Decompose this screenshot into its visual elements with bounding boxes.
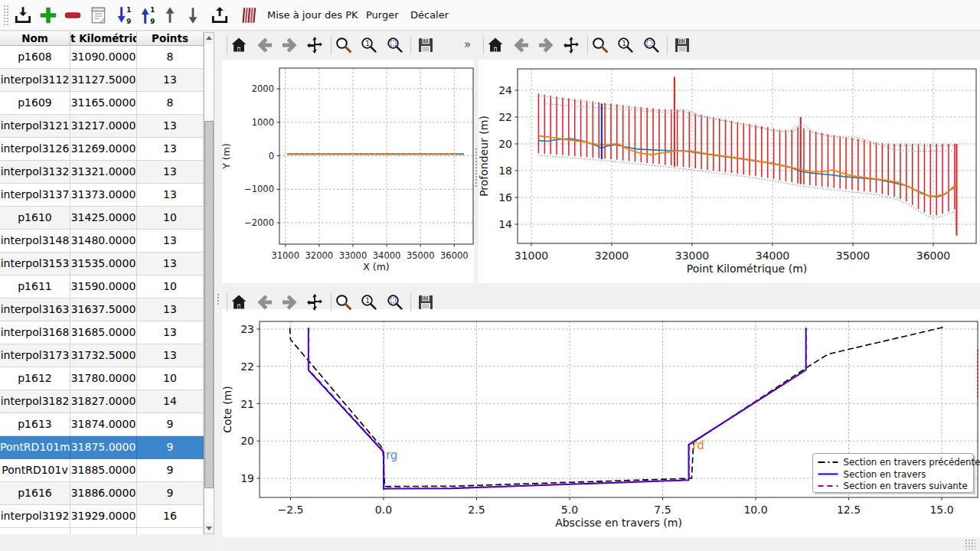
profile-toolbar: 1 bbox=[479, 31, 980, 60]
table-row[interactable]: PontRD101m31875.00009 bbox=[0, 436, 204, 459]
export-icon[interactable] bbox=[210, 5, 230, 25]
menu-mise-jour-des-pk[interactable]: Mise à jour des PK bbox=[267, 0, 358, 31]
plan-view-figure[interactable]: 310003200033000340003500036000200010000−… bbox=[222, 60, 474, 283]
table-row[interactable]: p161331874.00009 bbox=[0, 413, 204, 436]
back-icon[interactable] bbox=[512, 36, 531, 54]
column-header-0[interactable]: Nom bbox=[0, 31, 70, 45]
table-row[interactable]: interpol315331535.000013 bbox=[0, 253, 204, 276]
svg-text:33000: 33000 bbox=[339, 250, 368, 261]
back-icon[interactable] bbox=[256, 293, 274, 311]
table-row[interactable]: interpol314831480.000013 bbox=[0, 230, 204, 253]
forward-icon[interactable] bbox=[537, 36, 555, 54]
svg-text:−2.5: −2.5 bbox=[278, 504, 304, 516]
profile-view-figure[interactable]: 3100032000330003400035000360001416182022… bbox=[479, 60, 980, 283]
scroll-down-button[interactable] bbox=[204, 523, 214, 533]
save-icon[interactable] bbox=[673, 36, 691, 54]
save-icon[interactable] bbox=[416, 293, 435, 311]
add-icon[interactable] bbox=[38, 5, 58, 25]
column-header-2[interactable]: Points bbox=[137, 31, 204, 45]
toolbar-overflow-chevron[interactable]: » bbox=[464, 37, 471, 51]
scrollbar-thumb[interactable] bbox=[204, 121, 214, 488]
table-row[interactable]: p161231780.000010 bbox=[0, 367, 204, 390]
pan-icon[interactable] bbox=[562, 36, 580, 54]
pan-icon[interactable] bbox=[305, 293, 324, 311]
cell: 31425.0000 bbox=[70, 207, 137, 230]
menu-d-caler[interactable]: Décaler bbox=[410, 0, 449, 31]
svg-text:24: 24 bbox=[498, 84, 512, 96]
splitter-handle[interactable] bbox=[217, 293, 220, 305]
table-row[interactable]: p161131590.000010 bbox=[0, 276, 204, 298]
zoom-one-icon[interactable]: 1 bbox=[616, 36, 635, 54]
toolbar-drag-handle[interactable] bbox=[3, 5, 8, 26]
table-row[interactable]: PontRD101v31885.00009 bbox=[0, 459, 204, 482]
cell: 31875.0000 bbox=[70, 436, 137, 459]
svg-text:−1000: −1000 bbox=[244, 184, 274, 194]
cell: 31535.0000 bbox=[70, 253, 137, 276]
svg-text:16: 16 bbox=[498, 191, 512, 204]
window-resize-grip[interactable] bbox=[965, 539, 975, 549]
remove-icon[interactable] bbox=[63, 5, 83, 25]
zoom-one-icon[interactable]: 1 bbox=[360, 293, 378, 311]
cell: interpol3153 bbox=[0, 253, 70, 276]
scroll-up-button[interactable] bbox=[204, 33, 214, 44]
cell: 31165.0000 bbox=[70, 92, 137, 115]
move-up-icon[interactable] bbox=[160, 5, 180, 25]
table-row[interactable]: interpol319231929.000016 bbox=[0, 505, 204, 528]
svg-text:0.0: 0.0 bbox=[375, 504, 392, 516]
forward-icon[interactable] bbox=[280, 293, 299, 311]
edit-page-icon[interactable] bbox=[89, 5, 109, 25]
ylabel: Y (m) bbox=[222, 143, 232, 170]
sort-ascending-icon[interactable]: 19 bbox=[115, 5, 135, 25]
table-row[interactable]: interpol318231827.000014 bbox=[0, 390, 204, 413]
table-row[interactable]: interpol313731373.000013 bbox=[0, 184, 204, 207]
svg-text:35000: 35000 bbox=[407, 250, 435, 261]
table-row[interactable]: p161031425.000010 bbox=[0, 207, 204, 230]
cell: 13 bbox=[137, 298, 204, 321]
zoom-auto-icon[interactable] bbox=[386, 36, 404, 54]
sort-descending-icon[interactable]: 19 bbox=[139, 5, 158, 25]
table-row[interactable]: interpol313231321.000013 bbox=[0, 161, 204, 184]
application-window: 1919Mise à jour des PKPurgerDécaler Nomt… bbox=[0, 0, 980, 551]
back-icon[interactable] bbox=[256, 36, 274, 54]
forward-icon[interactable] bbox=[280, 36, 299, 54]
table-scrollbar[interactable] bbox=[204, 32, 214, 534]
pan-icon[interactable] bbox=[305, 36, 324, 54]
move-down-icon[interactable] bbox=[183, 5, 203, 25]
cell: interpol3148 bbox=[0, 230, 70, 253]
table-row[interactable]: p160931165.00008 bbox=[0, 92, 204, 115]
vertical-splitter[interactable] bbox=[214, 31, 222, 551]
cross-section-figure[interactable]: −2.50.02.55.07.510.012.515.01920212223Ab… bbox=[222, 309, 980, 537]
column-header-1[interactable]: t Kilométriqu bbox=[70, 31, 137, 45]
cell: p1609 bbox=[0, 92, 70, 115]
table-row[interactable]: interpol312131217.000013 bbox=[0, 115, 204, 138]
save-icon[interactable] bbox=[416, 36, 435, 54]
table-row[interactable]: interpol312631269.000013 bbox=[0, 138, 204, 161]
zoom-auto-icon[interactable] bbox=[386, 293, 404, 311]
cell: 31929.0000 bbox=[70, 505, 137, 528]
cell: 31217.0000 bbox=[70, 115, 137, 138]
table-row[interactable]: interpol317331732.500013 bbox=[0, 344, 204, 367]
cell: 31090.0000 bbox=[70, 46, 137, 69]
zoom-icon[interactable] bbox=[591, 36, 609, 54]
sections-icon[interactable] bbox=[240, 5, 260, 25]
zoom-icon[interactable] bbox=[335, 36, 353, 54]
toolbar-separator bbox=[227, 293, 227, 311]
table-row[interactable]: interpol316331637.500013 bbox=[0, 298, 204, 321]
zoom-auto-icon[interactable] bbox=[642, 36, 661, 54]
import-icon[interactable] bbox=[13, 5, 33, 25]
zoom-one-icon[interactable]: 1 bbox=[360, 36, 378, 54]
cell: 8 bbox=[137, 46, 204, 69]
home-icon[interactable] bbox=[230, 293, 248, 311]
zoom-icon[interactable] bbox=[335, 293, 353, 311]
table-row[interactable]: interpol311231127.500013 bbox=[0, 69, 204, 92]
toolbar-separator bbox=[667, 36, 668, 54]
table-row[interactable]: interpol316831685.000013 bbox=[0, 321, 204, 344]
table-row[interactable]: p160831090.00008 bbox=[0, 46, 204, 69]
cell: 9 bbox=[137, 459, 204, 482]
home-icon[interactable] bbox=[230, 36, 248, 54]
home-icon[interactable] bbox=[486, 36, 505, 54]
cell: 13 bbox=[137, 115, 204, 138]
svg-text:1: 1 bbox=[365, 297, 370, 305]
table-row[interactable]: p161631886.00009 bbox=[0, 482, 204, 505]
menu-purger[interactable]: Purger bbox=[366, 0, 399, 31]
